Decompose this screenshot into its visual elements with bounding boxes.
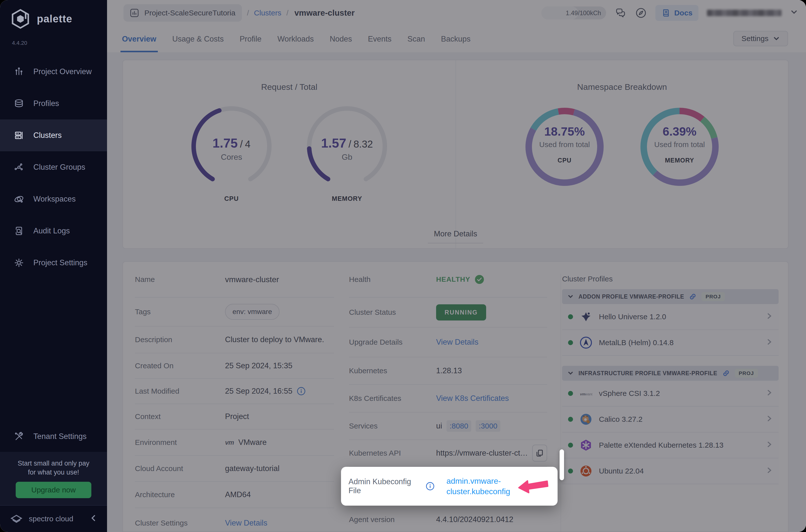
memory-total: 8.32 (354, 139, 373, 150)
promo-line1: Start small and only pay (0, 459, 107, 468)
info-icon[interactable] (297, 387, 305, 395)
palette-app: palette 4.4.20 Project Overview Profiles… (0, 0, 806, 532)
view-k8s-certificates-link[interactable]: View K8s Certificates (436, 394, 509, 403)
bar-chart-icon (14, 66, 24, 77)
detail-row-cluster-settings: Cluster Settings View Details (135, 508, 334, 532)
memory-used: 1.57 (321, 136, 346, 150)
status-badge-running: RUNNING (436, 304, 486, 321)
usage-meter-value: 1.49/100kCh (566, 6, 601, 19)
profile-row-calico[interactable]: Calico 3.27.2 (562, 406, 779, 433)
sidebar-item-project-settings[interactable]: Project Settings (0, 247, 107, 279)
svg-text:ware: ware (585, 392, 593, 396)
sidebar-item-project-overview[interactable]: Project Overview (0, 56, 107, 88)
sidebar-item-label: Cluster Groups (33, 163, 85, 172)
namespace-breakdown-title: Namespace Breakdown (577, 82, 667, 92)
sidebar-item-clusters[interactable]: Clusters (0, 119, 107, 151)
brand-name: palette (37, 13, 72, 25)
tab-workloads[interactable]: Workloads (278, 26, 314, 52)
scrollbar[interactable] (802, 52, 806, 532)
settings-button[interactable]: Settings (733, 31, 788, 46)
hello-universe-icon (580, 310, 593, 323)
docs-button[interactable]: Docs (655, 5, 698, 21)
sidebar-item-tenant-settings[interactable]: Tenant Settings (0, 420, 107, 452)
kubeconfig-download-link[interactable]: admin.vmware- cluster.kubeconfig (446, 476, 510, 497)
sidebar-item-profiles[interactable]: Profiles (0, 88, 107, 119)
tutorial-arrow-icon (517, 477, 550, 495)
breadcrumb-clusters-link[interactable]: Clusters (254, 9, 281, 17)
tab-scan[interactable]: Scan (408, 26, 425, 52)
service-port-3000-link[interactable]: :3000 (476, 420, 500, 432)
breadcrumb-separator: / (247, 9, 249, 17)
memory-gauge-label: MEMORY (303, 195, 391, 203)
admin-kubeconfig-label: Admin Kubeconfig File (349, 477, 421, 495)
cluster-profiles-panel: Cluster Profiles ADDON PROFILE VMWARE-PR… (562, 262, 779, 484)
project-selector[interactable]: Project-ScaleSecureTutoria (124, 4, 242, 22)
detail-row-description: Description Cluster to deploy to VMware. (135, 326, 334, 353)
info-icon[interactable] (426, 482, 434, 491)
link-icon (723, 369, 730, 377)
sidebar-item-audit-logs[interactable]: Audit Logs (0, 215, 107, 247)
sidebar-item-cluster-groups[interactable]: Cluster Groups (0, 151, 107, 183)
tab-usage-costs[interactable]: Usage & Costs (172, 26, 224, 52)
sidebar-item-label: Tenant Settings (33, 432, 87, 441)
cluster-settings-view-details-link[interactable]: View Details (225, 518, 267, 528)
detail-row-health: Health HEALTHY (349, 262, 547, 298)
feedback-chat-button[interactable] (615, 7, 626, 19)
tag-env-vmware: env: vmware (225, 304, 280, 320)
detail-row-cluster-status: Cluster Status RUNNING (349, 298, 547, 327)
main-content: Request / Total 1.75 / 4 Cores CPU (107, 52, 806, 532)
gear-icon (14, 257, 24, 268)
tab-nodes[interactable]: Nodes (330, 26, 352, 52)
user-menu-chevron-down-icon[interactable] (790, 8, 798, 18)
ubuntu-icon (580, 464, 593, 477)
profile-row-ubuntu[interactable]: Ubuntu 22.04 (562, 458, 779, 484)
request-total-title: Request / Total (261, 82, 317, 92)
infrastructure-profile-group-header[interactable]: INFRASTRUCTURE PROFILE VMWARE-PROFILE PR… (562, 366, 779, 381)
promo-line2: for what you use! (0, 468, 107, 477)
copy-button[interactable] (532, 445, 547, 461)
proj-scope-badge: PROJ (735, 369, 758, 378)
upgrade-now-button[interactable]: Upgrade now (16, 482, 91, 498)
profile-row-metallb[interactable]: MetalLB (Helm) 0.14.8 (562, 330, 779, 356)
vmware-logo: vm (225, 439, 234, 446)
status-dot (568, 391, 573, 396)
status-dot (568, 443, 573, 448)
detail-row-services: Services ui :8080 :3000 (349, 413, 547, 440)
upgrade-view-details-link[interactable]: View Details (436, 338, 479, 347)
addon-profile-group-header[interactable]: ADDON PROFILE VMWARE-PROFILE PROJ (562, 289, 779, 304)
admin-kubeconfig-spotlight: Admin Kubeconfig File admin.vmware- clus… (341, 467, 558, 506)
brand-logo: palette (0, 0, 107, 30)
collapse-sidebar-icon[interactable] (90, 514, 97, 524)
docs-label: Docs (674, 9, 693, 17)
detail-row-name: Name vmware-cluster (135, 262, 334, 298)
status-dot (568, 314, 573, 319)
tab-overview[interactable]: Overview (122, 26, 156, 52)
profile-row-vsphere-csi[interactable]: vmware vSphere CSI 3.1.2 (562, 381, 779, 406)
health-status: HEALTHY (436, 276, 470, 283)
explore-compass-button[interactable] (635, 7, 647, 19)
servers-icon (14, 130, 24, 141)
compass-icon (635, 7, 647, 19)
tab-profile[interactable]: Profile (240, 26, 262, 52)
profile-row-hello-universe[interactable]: Hello Universe 1.2.0 (562, 304, 779, 330)
service-port-8080-link[interactable]: :8080 (447, 420, 471, 432)
chevron-right-icon (766, 389, 773, 398)
check-circle-icon (475, 275, 484, 284)
tab-backups[interactable]: Backups (441, 26, 470, 52)
detail-row-created-on: Created On 25 Sep 2024, 15:35 (135, 353, 334, 379)
link-icon (689, 293, 696, 300)
more-details-button[interactable]: More Details (428, 229, 483, 243)
namespace-breakdown-panel: Namespace Breakdown 18.75% Used from tot… (455, 60, 788, 248)
chevron-right-icon (766, 338, 773, 347)
profile-row-palette-extended-kubernetes[interactable]: Palette eXtended Kubernetes 1.28.13 (562, 433, 779, 458)
user-account-redacted[interactable] (707, 10, 782, 16)
detail-row-last-modified: Last Modified 25 Sep 2024, 16:55 (135, 379, 334, 404)
spotlight-scrollbar-thumb[interactable] (560, 450, 564, 480)
tab-events[interactable]: Events (368, 26, 392, 52)
usage-meter: 1.49/100kCh (541, 6, 606, 19)
chevron-down-icon (567, 293, 574, 300)
detail-row-kubernetes-api: Kubernetes API https://vmware-cluster-ct… (349, 440, 547, 467)
detail-row-upgrade-details: Upgrade Details View Details (349, 327, 547, 357)
sidebar-item-workspaces[interactable]: Workspaces (0, 183, 107, 215)
cluster-tabs: Overview Usage & Costs Profile Workloads… (107, 26, 470, 52)
